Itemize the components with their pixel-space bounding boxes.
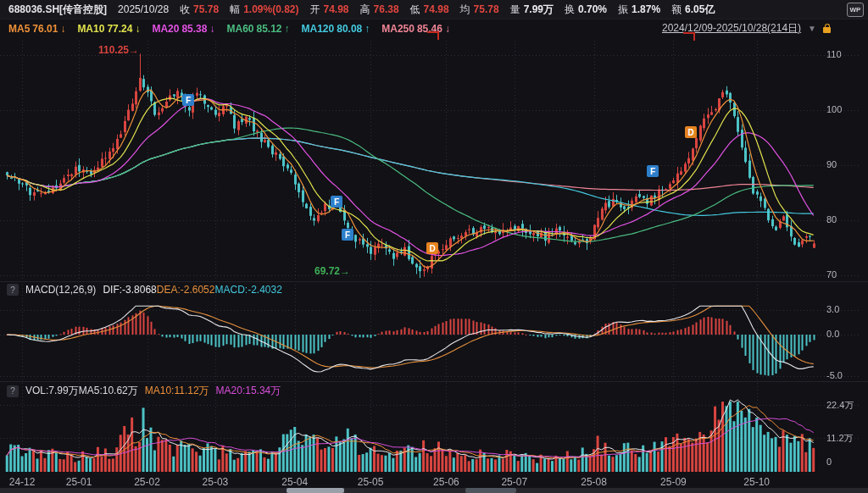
x-axis-label: 25-09	[660, 476, 687, 488]
corner-mark	[427, 31, 439, 40]
stat-high: 高76.38	[360, 3, 399, 17]
event-badge-f[interactable]: F	[342, 229, 353, 241]
macd-axis-label: 3.0	[826, 304, 839, 314]
event-badge-d[interactable]: D	[685, 126, 697, 138]
x-axis-label: 25-10	[743, 476, 770, 488]
macd-axis-label: 0.0	[826, 329, 839, 339]
ma120-legend: MA12080.08↑	[302, 23, 373, 35]
stat-amount: 额6.05亿	[671, 3, 715, 17]
dea-value: DEA:-2.6052	[157, 284, 215, 296]
ma60-legend: MA6085.12↑	[226, 23, 292, 35]
macd-value: MACD:-2.4032	[214, 284, 281, 296]
scrollbar-track[interactable]	[0, 488, 868, 493]
vol-ma10-value: MA10:11.12万	[145, 384, 209, 398]
quote-date: 2025/10/28	[118, 3, 169, 15]
vol-ma5-value: MA5:10.62万	[79, 384, 138, 398]
corner-mark	[683, 32, 695, 41]
lock-icon[interactable]	[823, 27, 831, 33]
stat-low: 低74.98	[410, 3, 449, 17]
event-badge-f[interactable]: F	[331, 196, 342, 208]
x-axis-label: 24-12	[9, 476, 36, 488]
x-axis-label: 25-02	[134, 476, 160, 488]
dif-value: DIF:-3.8068	[103, 284, 156, 296]
price-axis-label: 90	[826, 159, 837, 169]
stock-chart-window: 688036.SH[传音控股] 2025/10/28 收75.78 幅1.09%…	[0, 0, 868, 493]
x-axis-label: 25-03	[203, 476, 229, 488]
price-axis-label: 70	[826, 269, 837, 280]
stat-amplitude: 振1.87%	[618, 3, 660, 17]
vol-axis-label: 11.2万	[826, 432, 854, 445]
period-low-annotation: 69.72→	[314, 265, 350, 277]
price-axis-label: 110	[826, 49, 842, 59]
macd-axis-label: -5.0	[826, 370, 843, 380]
ma5-legend: MA576.01↓	[8, 23, 68, 35]
x-axis-label: 25-07	[501, 476, 527, 488]
macd-legend-row: ? MACD(12,26,9) DIF:-3.8068 DEA:-2.6052 …	[7, 284, 282, 296]
ma20-legend: MA2085.38↓	[152, 23, 217, 35]
event-badge-d[interactable]: D	[426, 242, 438, 254]
macd-title: MACD(12,26,9)	[25, 284, 96, 296]
price-axis-label: 100	[826, 104, 842, 114]
vol-axis-label: 22.4万	[826, 399, 854, 412]
symbol-name: 688036.SH[传音控股]	[8, 3, 107, 17]
help-icon[interactable]: ?	[7, 385, 19, 397]
x-axis-label: 25-05	[358, 476, 384, 488]
x-axis-label: 25-08	[581, 476, 607, 488]
vol-axis-label: 0	[826, 457, 832, 467]
stat-avg: 均75.78	[460, 3, 499, 17]
x-axis-label: 25-04	[281, 476, 308, 488]
vol-ma20-value: MA20:15.34万	[216, 384, 281, 398]
x-axis-label: 25-06	[433, 476, 459, 488]
wp-logo: WP	[847, 3, 864, 17]
event-badge-f[interactable]: F	[182, 94, 194, 106]
event-badge-f[interactable]: F	[647, 165, 659, 177]
vol-legend-row: ? VOL:7.99万 MA5:10.62万 MA10:11.12万 MA20:…	[7, 384, 281, 398]
scrollbar-thumb[interactable]	[287, 488, 344, 493]
stat-open: 开74.98	[310, 3, 349, 17]
period-high-annotation: 110.25→	[98, 44, 139, 56]
x-axis-label: 25-01	[66, 476, 92, 488]
stat-change: 幅1.09%(0.82)	[230, 3, 298, 17]
top-stats-bar: 688036.SH[传音控股] 2025/10/28 收75.78 幅1.09%…	[0, 0, 868, 19]
scrollbar-thumb[interactable]	[465, 488, 516, 493]
chart-overlays: 688036.SH[传音控股] 2025/10/28 收75.78 幅1.09%…	[0, 0, 868, 493]
help-icon[interactable]: ?	[7, 284, 19, 296]
ma250-legend: MA25085.46↓	[381, 23, 453, 35]
ma10-legend: MA1077.24↓	[77, 23, 142, 35]
chevron-down-icon[interactable]: ▼	[808, 24, 816, 33]
price-axis-label: 80	[826, 214, 837, 224]
stat-volume: 量7.99万	[510, 3, 554, 17]
stat-turnover: 换0.70%	[565, 3, 607, 17]
stat-close: 收75.78	[180, 3, 219, 17]
vol-value: VOL:7.99万	[25, 384, 79, 398]
